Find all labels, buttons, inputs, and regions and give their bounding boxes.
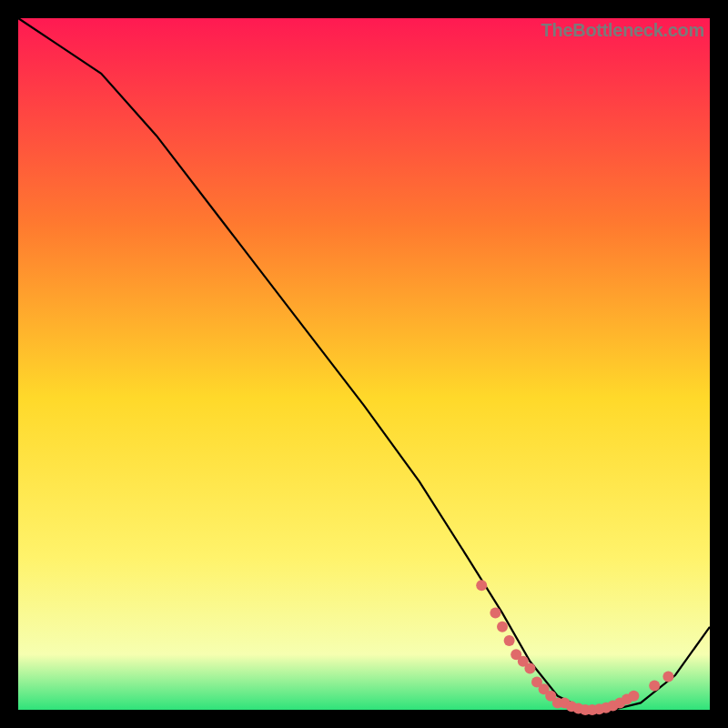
curve-marker <box>490 608 500 619</box>
curve-marker <box>662 672 673 682</box>
bottleneck-curve <box>18 18 710 710</box>
bottleneck-curve-svg <box>18 18 710 710</box>
curve-marker <box>497 622 508 632</box>
plot-area: TheBottleneck.com <box>18 18 710 710</box>
curve-marker <box>628 691 639 702</box>
curve-marker <box>504 635 515 646</box>
curve-marker <box>476 580 487 591</box>
curve-markers <box>476 580 673 715</box>
chart-frame: TheBottleneck.com <box>0 0 728 728</box>
curve-marker <box>524 662 535 673</box>
curve-marker <box>649 680 660 691</box>
